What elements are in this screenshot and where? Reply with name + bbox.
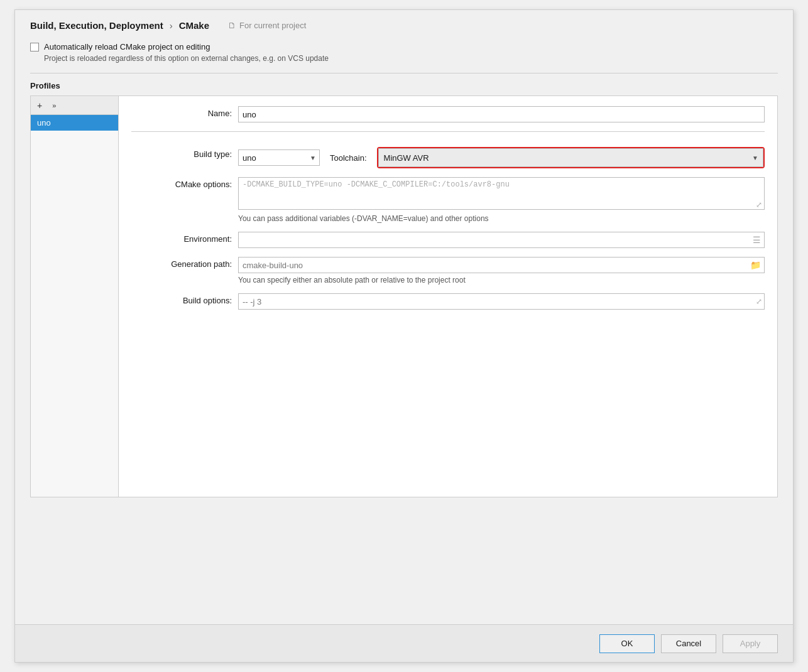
auto-reload-section: Automatically reload CMake project on ed… [30, 42, 778, 63]
more-options-button[interactable]: » [48, 98, 60, 113]
cmake-options-input[interactable]: -DCMAKE_BUILD_TYPE=uno -DCMAKE_C_COMPILE… [238, 177, 765, 210]
cmake-options-field: -DCMAKE_BUILD_TYPE=uno -DCMAKE_C_COMPILE… [238, 177, 765, 223]
build-type-select[interactable]: uno Debug Release RelWithDebInfo MinSize… [238, 149, 320, 166]
build-options-row: Build options: ⤢ [131, 293, 765, 310]
build-type-row: Build type: uno Debug Release RelWithDeb… [131, 147, 765, 168]
dialog-body: Automatically reload CMake project on ed… [15, 36, 793, 624]
generation-path-input-wrapper: 📁 [238, 257, 765, 273]
cmake-options-label: CMake options: [131, 177, 232, 189]
environment-row: Environment: ☰ [131, 232, 765, 248]
environment-label: Environment: [131, 232, 232, 244]
generation-path-label: Generation path: [131, 257, 232, 269]
name-field [238, 106, 765, 122]
generation-path-field: 📁 You can specify either an absolute pat… [238, 257, 765, 285]
auto-reload-row: Automatically reload CMake project on ed… [30, 42, 778, 51]
copy-icon: 🗋 [228, 21, 236, 30]
breadcrumb-separator: › [170, 20, 173, 31]
name-row: Name: [131, 106, 765, 122]
ok-button[interactable]: OK [599, 634, 655, 653]
apply-button[interactable]: Apply [723, 634, 778, 653]
name-label: Name: [131, 106, 232, 118]
sidebar-list: uno [31, 115, 118, 497]
section-divider [30, 73, 778, 73]
profiles-label: Profiles [30, 81, 778, 90]
add-profile-button[interactable]: + [33, 98, 46, 113]
for-project-label: 🗋 For current project [228, 21, 306, 30]
build-options-label: Build options: [131, 293, 232, 305]
toolchain-select-wrapper: MinGW AVR Default ▼ [377, 147, 765, 168]
cmake-settings-dialog: Build, Execution, Deployment › CMake 🗋 F… [14, 9, 794, 663]
cmake-options-row: CMake options: -DCMAKE_BUILD_TYPE=uno -D… [131, 177, 765, 223]
sidebar-item-uno[interactable]: uno [31, 115, 118, 131]
build-type-toolchain-row: uno Debug Release RelWithDebInfo MinSize… [238, 147, 765, 168]
toolchain-select[interactable]: MinGW AVR Default [378, 148, 763, 167]
environment-field: ☰ [238, 232, 765, 248]
build-options-field: ⤢ [238, 293, 765, 310]
generation-path-input[interactable] [238, 257, 765, 273]
generation-path-hint: You can specify either an absolute path … [238, 276, 765, 285]
auto-reload-description: Project is reloaded regardless of this o… [44, 54, 778, 63]
environment-input[interactable] [238, 232, 765, 248]
breadcrumb-current: CMake [179, 20, 209, 31]
profiles-section: Profiles + » uno [30, 81, 778, 497]
environment-input-wrapper: ☰ [238, 232, 765, 248]
cancel-button[interactable]: Cancel [661, 634, 716, 653]
dialog-header: Build, Execution, Deployment › CMake 🗋 F… [15, 10, 793, 36]
build-type-field: uno Debug Release RelWithDebInfo MinSize… [238, 147, 765, 168]
profiles-sidebar: + » uno [31, 96, 119, 497]
breadcrumb-parent: Build, Execution, Deployment [30, 20, 163, 31]
auto-reload-checkbox[interactable] [30, 43, 39, 51]
cmake-options-hint: You can pass additional variables (-DVAR… [238, 214, 765, 223]
profiles-form: Name: Build type: [119, 96, 777, 497]
toolchain-label: Toolchain: [330, 153, 367, 163]
name-input[interactable] [238, 106, 765, 122]
build-options-input[interactable] [238, 293, 765, 310]
profiles-content: + » uno Name: [30, 95, 778, 497]
build-type-label: Build type: [131, 147, 232, 159]
form-divider [131, 131, 765, 132]
generation-path-row: Generation path: 📁 You can specify eithe… [131, 257, 765, 285]
dialog-footer: OK Cancel Apply [15, 624, 793, 662]
auto-reload-label: Automatically reload CMake project on ed… [44, 42, 210, 51]
sidebar-toolbar: + » [31, 96, 118, 115]
build-type-select-wrapper: uno Debug Release RelWithDebInfo MinSize… [238, 149, 320, 166]
